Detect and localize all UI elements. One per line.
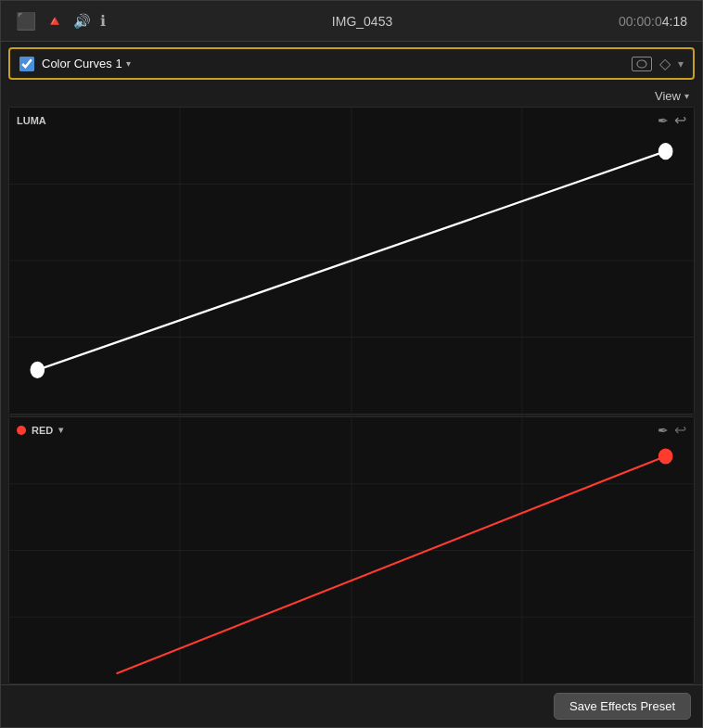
red-eyedropper-icon[interactable]: ✒ bbox=[658, 423, 669, 438]
toolbar-left: ⬛ 🔺 🔊 ℹ bbox=[16, 11, 106, 32]
red-reset-icon[interactable]: ↩ bbox=[674, 421, 686, 439]
effect-header-icons: ◇ ▾ bbox=[632, 55, 684, 72]
save-effects-preset-button[interactable]: Save Effects Preset bbox=[554, 693, 691, 720]
curves-container: LUMA ✒ ↩ bbox=[1, 107, 702, 684]
effect-title: Color Curves 1 bbox=[42, 57, 122, 70]
red-dot-icon bbox=[17, 426, 26, 435]
luma-reset-icon[interactable]: ↩ bbox=[674, 111, 686, 129]
luma-point-high[interactable] bbox=[659, 144, 672, 160]
view-chevron-icon: ▾ bbox=[684, 91, 689, 101]
luma-label: LUMA bbox=[17, 115, 46, 126]
red-label-text: RED bbox=[32, 425, 53, 436]
timecode-highlight: 4:18 bbox=[662, 14, 687, 29]
svg-point-0 bbox=[637, 60, 646, 68]
timecode-prefix: 00:00:0 bbox=[619, 14, 662, 29]
effect-dropdown-chevron[interactable]: ▾ bbox=[126, 58, 131, 69]
red-curve-svg bbox=[9, 417, 694, 683]
luma-curve-panel[interactable]: LUMA ✒ ↩ bbox=[8, 107, 695, 415]
luma-panel-header: LUMA ✒ ↩ bbox=[9, 108, 694, 133]
view-row: View ▾ bbox=[1, 85, 702, 107]
effect-enable-checkbox[interactable] bbox=[19, 57, 34, 71]
effect-name-label: Color Curves 1 ▾ bbox=[42, 57, 624, 70]
film-icon[interactable]: ⬛ bbox=[16, 11, 36, 32]
info-icon[interactable]: ℹ bbox=[100, 12, 106, 30]
color-icon[interactable]: 🔺 bbox=[45, 12, 64, 30]
red-label: RED ▾ bbox=[17, 425, 63, 436]
timecode: 00:00:04:18 bbox=[619, 14, 687, 29]
panel-chevron-icon[interactable]: ▾ bbox=[678, 57, 684, 70]
luma-eyedropper-icon[interactable]: ✒ bbox=[658, 113, 669, 128]
red-panel-header: RED ▾ ✒ ↩ bbox=[9, 417, 694, 442]
app-window: ⬛ 🔺 🔊 ℹ IMG_0453 00:00:04:18 Color Curve… bbox=[0, 0, 703, 728]
effect-header: Color Curves 1 ▾ ◇ ▾ bbox=[8, 47, 695, 80]
view-label: View bbox=[655, 89, 681, 103]
bottom-bar: Save Effects Preset bbox=[1, 684, 702, 727]
luma-tools: ✒ ↩ bbox=[658, 111, 686, 129]
red-chevron-icon[interactable]: ▾ bbox=[58, 425, 63, 435]
file-name: IMG_0453 bbox=[332, 14, 392, 29]
luma-curve-svg bbox=[9, 108, 694, 414]
red-point-high[interactable] bbox=[659, 449, 672, 463]
luma-point-low[interactable] bbox=[31, 363, 44, 378]
keyframe-diamond-icon[interactable]: ◇ bbox=[659, 55, 671, 72]
red-curve-panel[interactable]: RED ▾ ✒ ↩ bbox=[8, 416, 695, 684]
mask-icon[interactable] bbox=[632, 57, 652, 71]
view-button[interactable]: View ▾ bbox=[655, 89, 689, 103]
red-tools: ✒ ↩ bbox=[658, 421, 686, 439]
toolbar: ⬛ 🔺 🔊 ℹ IMG_0453 00:00:04:18 bbox=[1, 1, 702, 42]
audio-icon[interactable]: 🔊 bbox=[73, 13, 91, 30]
